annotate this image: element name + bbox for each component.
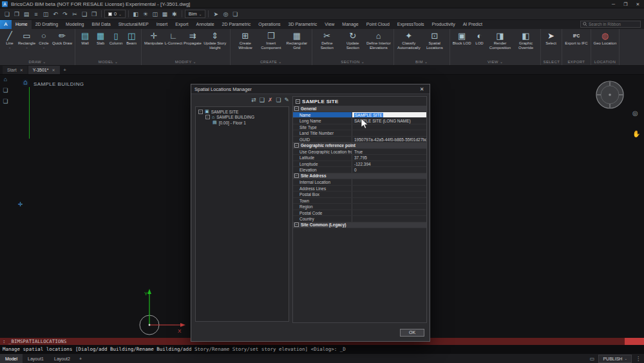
property-row-site-type[interactable]: Site Type — [293, 124, 426, 131]
ribbon-tab-operations[interactable]: Operations — [254, 20, 284, 29]
sun-icon[interactable]: ☀ — [141, 9, 150, 19]
tool-circle[interactable]: ○Circle⌄ — [36, 30, 52, 59]
ribbon-group-label[interactable]: MODEL ⌄ — [77, 59, 139, 65]
ribbon-group-label[interactable]: SECTION ⌄ — [314, 59, 392, 65]
property-value[interactable] — [352, 179, 426, 185]
maximize-button[interactable]: ❐ — [620, 0, 632, 8]
ok-button[interactable]: OK — [400, 329, 424, 337]
property-row-latitude[interactable]: Latitude37.795 — [293, 155, 426, 161]
tree-item-sample-building[interactable]: −⌂SAMPLE BUILDING — [196, 115, 289, 121]
tool-create-window[interactable]: ⊞Create Window — [232, 30, 258, 59]
property-value[interactable] — [352, 198, 426, 204]
tool-lod[interactable]: ◐LOD — [471, 30, 487, 59]
panel-icon[interactable]: ❏ — [3, 98, 8, 104]
ribbon-group-label[interactable]: SELECT — [543, 59, 560, 65]
document-tab-start[interactable]: Start✕ — [3, 66, 28, 74]
collapse-icon[interactable]: − — [296, 99, 300, 104]
new-file-icon[interactable]: ❏ — [3, 9, 12, 19]
tree-item-sample-site[interactable]: −▣SAMPLE SITE — [196, 109, 289, 115]
layout-tab-model[interactable]: Model — [0, 354, 23, 363]
search-input[interactable] — [589, 22, 638, 26]
orbit-icon[interactable]: ◎ — [632, 110, 638, 117]
ribbon-tab-3d-parametric[interactable]: 3D Parametric — [285, 20, 321, 29]
property-value[interactable]: 1950797a-42a5-44f0-b865-55f01d27bca9 — [352, 137, 426, 142]
doc-icon[interactable]: ❏ — [276, 97, 281, 103]
close-tab-icon[interactable]: ✕ — [52, 68, 55, 72]
dialog-title-bar[interactable]: Spatial Locations Manager ✕ — [191, 84, 430, 94]
dialog-close-icon[interactable]: ✕ — [417, 86, 426, 92]
collapse-icon[interactable]: − — [205, 115, 210, 119]
property-section-general[interactable]: −General — [293, 106, 426, 112]
minimize-button[interactable]: ─ — [607, 0, 620, 8]
cut-icon[interactable]: ✂ — [70, 9, 79, 19]
collapse-icon[interactable]: − — [294, 106, 299, 111]
tool-update-story-height[interactable]: ⇕Update Story Height — [202, 30, 228, 59]
property-value[interactable] — [352, 210, 426, 216]
property-row-land-title-number[interactable]: Land Title Number — [293, 130, 426, 137]
property-row-country[interactable]: Country — [293, 216, 426, 222]
cube-icon[interactable]: ◧ — [131, 9, 140, 19]
print-icon[interactable]: ≡ — [32, 9, 41, 19]
paste-icon[interactable]: ❒ — [90, 9, 99, 19]
ribbon-tab-bim-data[interactable]: BIM Data — [88, 20, 115, 29]
property-value[interactable] — [352, 216, 426, 222]
property-row-postal-box[interactable]: Postal Box — [293, 191, 426, 198]
ribbon-group-label[interactable]: BIM ⌄ — [396, 59, 448, 65]
collapse-icon[interactable]: − — [294, 173, 299, 178]
tree-item-0-00-floor-1[interactable]: ▤[0.00] - Floor 1 — [196, 120, 289, 126]
command-scrollbar[interactable] — [625, 338, 644, 345]
ribbon-tab-modeling[interactable]: Modeling — [62, 20, 88, 29]
tool-rectangular-grid[interactable]: ▦Rectangular Grid — [284, 30, 310, 59]
tool-define-interior-elevations[interactable]: ⌂Define Interior Elevations — [366, 30, 392, 59]
property-value[interactable] — [352, 191, 426, 197]
ribbon-group-label[interactable]: VIEW ⌄ — [452, 59, 539, 65]
ribbon-group-label[interactable]: CREATE ⌄ — [232, 59, 310, 65]
tool-geo-location[interactable]: ◍Geo Location — [593, 30, 618, 59]
tool-l-connect[interactable]: ∟L-Connect — [164, 30, 183, 59]
property-value[interactable] — [352, 186, 426, 191]
open-folder-icon[interactable]: ❐ — [12, 9, 21, 19]
property-value[interactable] — [352, 130, 426, 136]
property-section-geographic-reference-point[interactable]: −Geographic reference point — [293, 142, 426, 149]
property-row-town[interactable]: Town — [293, 198, 426, 204]
workspace-dropdown[interactable]: Bim ⌄ — [185, 10, 206, 18]
ribbon-group-label[interactable]: MODIFY ⌄ — [144, 59, 228, 65]
cursor-icon[interactable]: ➤ — [211, 9, 220, 19]
ribbon-tab-insert[interactable]: Insert — [153, 20, 172, 29]
panel-icon[interactable]: ❏ — [231, 9, 240, 19]
home-icon[interactable]: ⌂ — [4, 76, 7, 83]
property-value[interactable]: 37.795 — [352, 155, 426, 161]
ribbon-group-label[interactable]: LOCATION — [593, 59, 618, 65]
application-menu-button[interactable]: A — [0, 20, 12, 29]
building-icon[interactable]: ⌂ — [212, 115, 214, 119]
property-value[interactable]: SAMPLE SITE — [352, 112, 426, 118]
save-icon[interactable]: ▤ — [22, 9, 31, 19]
sync-icon[interactable]: ⇄ — [251, 97, 256, 103]
preview-icon[interactable]: ◫ — [41, 9, 50, 19]
tool-rectangle[interactable]: ▭Rectangle⌄ — [17, 30, 36, 59]
tool-line[interactable]: ╱Line⌄ — [2, 30, 17, 59]
tool-graphic-override[interactable]: ◧Graphic Override — [513, 30, 538, 59]
tool-block-lod[interactable]: ▣Block LOD — [452, 30, 472, 59]
ribbon-tab-export[interactable]: Export — [171, 20, 192, 29]
ribbon-tab-annotate[interactable]: Annotate — [193, 20, 218, 29]
copy-icon[interactable]: ❑ — [260, 97, 265, 103]
property-section-site-address[interactable]: −Site Address — [293, 173, 426, 180]
ribbon-group-label[interactable]: DRAW ⌄ — [2, 59, 73, 65]
property-row-internal-location[interactable]: Internal Location — [293, 179, 426, 186]
copy-icon[interactable]: ❑ — [80, 9, 89, 19]
tool-slab[interactable]: ▦Slab — [93, 30, 108, 59]
collapse-icon[interactable]: − — [294, 222, 299, 227]
property-row-name[interactable]: NameSAMPLE SITE — [293, 112, 426, 119]
tool-propagate[interactable]: ⇉Propagate — [183, 30, 202, 59]
tool-export-to-ifc[interactable]: IFCExport to IFC — [564, 30, 588, 59]
ribbon-tab-ai-predict[interactable]: AI Predict — [459, 20, 486, 29]
layer-dropdown[interactable]: 0 ⌄ — [104, 10, 126, 18]
ribbon-tab-structural-mep[interactable]: Structural/MEP — [115, 20, 153, 29]
property-section-site-common-legacy[interactable]: −Site Common (Legacy) — [293, 222, 426, 229]
tool-quick-draw[interactable]: ✏Quick Draw — [52, 30, 73, 59]
building-marker-icon[interactable]: ⌂ — [23, 78, 28, 86]
edit-icon[interactable]: ✎ — [284, 97, 289, 103]
property-value[interactable]: True — [352, 149, 426, 155]
close-button[interactable]: ✕ — [632, 0, 644, 8]
